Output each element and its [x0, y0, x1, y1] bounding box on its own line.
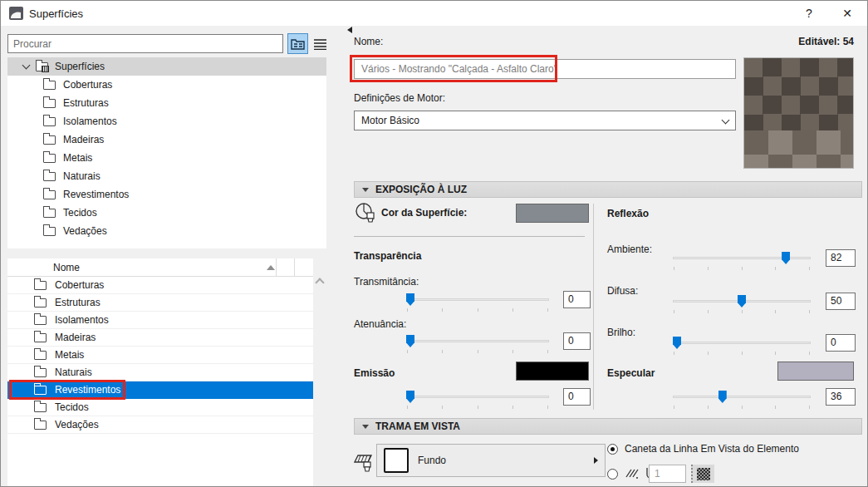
table-row[interactable]: Revestimentos: [7, 381, 313, 399]
emission-slider-row: 0: [406, 388, 591, 411]
attenuation-value-field[interactable]: 0: [563, 332, 591, 350]
pen-color-button[interactable]: [691, 465, 714, 483]
folder-icon: [43, 209, 56, 218]
attenuation-slider-row: 0: [406, 332, 591, 356]
table-row[interactable]: Madeiras: [7, 329, 313, 347]
slider-thumb[interactable]: [406, 335, 414, 347]
folder-icon: [34, 298, 47, 307]
shininess-slider[interactable]: [673, 334, 811, 356]
slider-thumb[interactable]: [782, 252, 790, 264]
tree-item[interactable]: Coberturas: [7, 76, 326, 94]
pen-number-field[interactable]: [649, 465, 686, 483]
surface-color-swatch[interactable]: [516, 204, 589, 223]
surfaces-tree-panel: Superfícies Coberturas Estruturas Isolam…: [7, 57, 326, 248]
element-pen-radio-row[interactable]: Caneta da Linha Em Vista do Elemento: [607, 443, 799, 455]
diffuse-slider-row: 50: [673, 293, 856, 316]
tree-item[interactable]: Tecidos: [7, 204, 326, 222]
attenuation-slider[interactable]: [406, 332, 549, 354]
ambient-value-field[interactable]: 82: [826, 249, 856, 267]
transmittance-value-field[interactable]: 0: [563, 291, 591, 308]
table-row[interactable]: Metais: [7, 347, 313, 364]
folder-icon: [34, 281, 47, 290]
help-button[interactable]: ?: [792, 1, 826, 26]
tree-item[interactable]: Isolamentos: [7, 112, 326, 130]
fill-swatch: [384, 448, 409, 473]
emission-slider[interactable]: [406, 388, 549, 410]
reflection-label: Reflexão: [607, 208, 649, 219]
table-row[interactable]: Naturais: [7, 364, 313, 381]
slider-thumb[interactable]: [718, 391, 727, 403]
arrow-right-icon: [594, 457, 598, 464]
radio-selected-icon[interactable]: [607, 444, 618, 455]
ambient-label: Ambiente:: [607, 244, 652, 255]
diffuse-value-field[interactable]: 50: [826, 293, 856, 310]
folder-brush-icon: [36, 62, 48, 71]
radio-unselected-icon[interactable]: [607, 469, 618, 480]
transparency-label: Transparência: [354, 250, 421, 262]
folder-icon: [43, 117, 56, 126]
slider-track[interactable]: [406, 298, 549, 301]
table-row[interactable]: Isolamentos: [7, 312, 313, 329]
folder-tree-icon: [291, 37, 305, 50]
tree-item[interactable]: Metais: [7, 149, 326, 167]
editable-count: Editável: 54: [798, 36, 854, 47]
tree-item[interactable]: Vedações: [7, 222, 326, 240]
tree-item[interactable]: Naturais: [7, 167, 326, 185]
tree-item[interactable]: Madeiras: [7, 130, 326, 149]
table-header-nome[interactable]: Nome: [7, 258, 313, 277]
search-input[interactable]: [7, 34, 283, 53]
folder-icon: [43, 172, 56, 181]
specular-value-field[interactable]: 36: [826, 388, 856, 406]
emission-value-field[interactable]: 0: [563, 388, 591, 406]
specular-label: Especular: [607, 367, 655, 379]
slider-track[interactable]: [673, 342, 811, 344]
shininess-value-field[interactable]: 0: [826, 334, 856, 352]
collapse-triangle-icon: [362, 425, 369, 429]
section-fill[interactable]: TRAMA EM VISTA: [354, 418, 862, 435]
folder-icon: [43, 81, 56, 90]
pen-pattern-swatch: [697, 468, 710, 480]
engine-label: Definições de Motor:: [354, 92, 445, 104]
specular-slider[interactable]: [673, 388, 811, 410]
slider-thumb[interactable]: [406, 391, 414, 403]
tree-root-superficies[interactable]: Superfícies: [7, 57, 326, 76]
panel-collapse-icon[interactable]: [347, 27, 352, 33]
folder-icon: [34, 316, 47, 325]
slider-thumb[interactable]: [406, 293, 414, 306]
annotation-highlight-name-field: [350, 55, 557, 82]
preview-sphere: [748, 61, 850, 165]
slider-track[interactable]: [406, 396, 549, 398]
chevron-down-icon[interactable]: [22, 61, 31, 70]
diffuse-slider[interactable]: [673, 293, 811, 314]
window-title: Superfícies: [29, 7, 83, 20]
table-row[interactable]: Vedações: [7, 416, 313, 434]
surface-settings-panel: Nome: Editável: 54 Definições de Motor: …: [354, 26, 862, 487]
specular-slider-row: 36: [673, 388, 856, 411]
specular-color-swatch[interactable]: [777, 362, 854, 381]
table-row-list: Coberturas Estruturas Isolamentos Madeir…: [7, 277, 313, 434]
transmittance-slider[interactable]: [406, 291, 549, 312]
folder-icon: [34, 351, 47, 360]
table-row[interactable]: Estruturas: [7, 294, 313, 312]
engine-dropdown[interactable]: Motor Básico: [354, 111, 736, 130]
list-view-toggle[interactable]: [310, 33, 331, 54]
table-scrollbar[interactable]: [314, 258, 326, 487]
slider-track[interactable]: [673, 396, 811, 398]
slider-thumb[interactable]: [738, 295, 746, 307]
tree-item[interactable]: Revestimentos: [7, 185, 326, 204]
slider-thumb[interactable]: [673, 337, 681, 349]
surface-preview: [743, 57, 854, 169]
table-row[interactable]: Coberturas: [7, 277, 313, 294]
ambient-slider[interactable]: [673, 249, 811, 271]
tree-view-toggle[interactable]: [287, 33, 308, 54]
close-button[interactable]: ✕: [831, 1, 864, 26]
tree-item[interactable]: Estruturas: [7, 94, 326, 112]
scroll-up-icon[interactable]: [315, 278, 324, 287]
sort-ascending-icon: [267, 265, 275, 270]
fill-type-dropdown[interactable]: Fundo: [376, 444, 606, 477]
slider-track[interactable]: [406, 340, 549, 342]
emission-color-swatch[interactable]: [516, 362, 589, 381]
section-exposure[interactable]: EXPOSIÇÃO À LUZ: [354, 181, 862, 198]
transmittance-slider-row: 0: [406, 291, 591, 314]
table-row[interactable]: Tecidos: [7, 399, 313, 416]
